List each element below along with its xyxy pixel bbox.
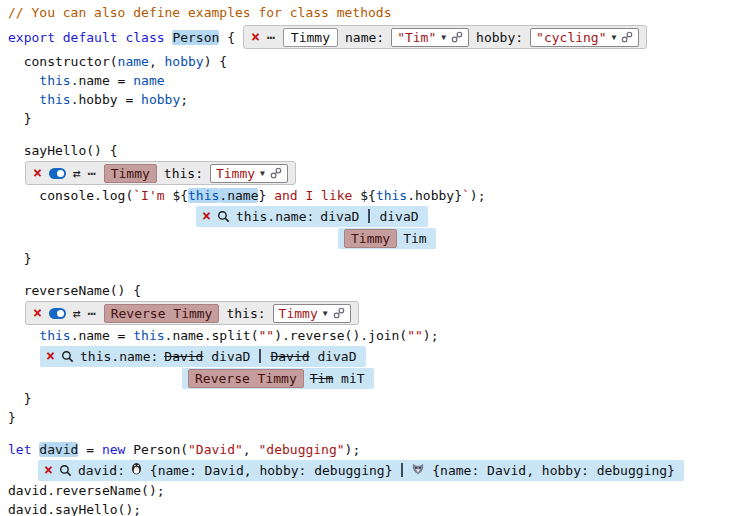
token <box>8 73 39 88</box>
code-text: constructor(name, hobby) { <box>8 54 227 69</box>
probe-value: {name: David, hobby: debugging} <box>412 463 674 478</box>
close-probe-icon[interactable]: × <box>202 209 211 224</box>
token: , <box>149 54 165 69</box>
toggle-on-icon[interactable] <box>49 308 66 319</box>
token: .name.split( <box>165 328 259 343</box>
toggle-on-icon[interactable] <box>49 168 66 179</box>
example-name-box[interactable]: Timmy <box>283 28 338 47</box>
blank-line <box>8 268 749 281</box>
token: ); <box>423 328 439 343</box>
code-line: sayHello() { <box>8 141 749 160</box>
token: name <box>118 54 149 69</box>
this-label: this: <box>226 306 265 321</box>
token: "David" <box>188 442 243 457</box>
close-example-icon[interactable]: × <box>33 166 42 181</box>
probe-row: ×this.name:divaDdivaD <box>196 205 749 227</box>
example-toolbar-row: ×⇄⋯Timmythis:Timmy▼ <box>25 160 749 186</box>
highlighted-token[interactable]: this <box>188 188 219 203</box>
more-options-icon[interactable]: ⋯ <box>88 167 97 180</box>
code-text: reverseName() { <box>8 283 141 298</box>
code-text: david.sayHello(); <box>8 502 141 516</box>
magnifier-icon[interactable] <box>61 350 74 363</box>
value-dropdown[interactable]: "cycling"▼ <box>530 28 639 47</box>
code-text: } <box>8 391 31 406</box>
value-separator <box>368 209 370 223</box>
example-chip[interactable]: Reverse Timmy <box>104 304 220 323</box>
token: ` <box>462 188 470 203</box>
probe-example-result: Reverse TimmyTim miT <box>182 368 374 389</box>
example-chip[interactable]: Reverse Timmy <box>188 369 304 388</box>
token: // You can also define examples for clas… <box>8 5 392 20</box>
probe-value: David divaD <box>270 349 356 364</box>
code-text: } <box>8 111 31 126</box>
close-example-icon[interactable]: × <box>33 306 42 321</box>
token: .name = <box>71 328 134 343</box>
probe-value: divaD <box>320 209 359 224</box>
token: `I'm <box>133 188 172 203</box>
magnifier-icon[interactable] <box>59 464 72 477</box>
param-label: name: <box>345 30 384 45</box>
code-text: export default class Person { <box>8 30 235 45</box>
token: this <box>39 73 70 88</box>
highlighted-token[interactable]: .name <box>219 188 258 203</box>
swap-icon[interactable]: ⇄ <box>73 167 81 180</box>
token: ); <box>345 442 361 457</box>
link-icon[interactable] <box>621 31 633 43</box>
value-dropdown[interactable]: "Tim"▼ <box>391 28 469 47</box>
value-separator <box>401 463 403 477</box>
code-line: console.log(`I'm ${this.name} and I like… <box>8 186 749 205</box>
magnifier-icon[interactable] <box>217 210 230 223</box>
token: divaD <box>203 349 250 364</box>
token: } <box>8 111 31 126</box>
code-text: sayHello() { <box>8 143 118 158</box>
token: } <box>454 188 462 203</box>
token: ) { <box>204 54 227 69</box>
token: new <box>102 442 133 457</box>
probe-value: David divaD <box>164 349 250 364</box>
close-probe-icon[interactable]: × <box>44 463 53 478</box>
chevron-down-icon: ▼ <box>441 33 446 42</box>
token: Tim <box>310 371 333 386</box>
link-icon[interactable] <box>333 307 345 319</box>
this-label: this: <box>164 166 203 181</box>
link-icon[interactable] <box>451 31 463 43</box>
highlighted-token[interactable]: Person <box>172 30 219 45</box>
close-probe-icon[interactable]: × <box>46 349 55 364</box>
chevron-down-icon: ▼ <box>323 309 328 318</box>
swap-icon[interactable]: ⇄ <box>73 307 81 320</box>
token: divaD <box>310 349 357 364</box>
dropdown-value: Timmy <box>279 306 318 321</box>
more-options-icon[interactable]: ⋯ <box>88 307 97 320</box>
more-options-icon[interactable]: ⋯ <box>267 31 276 44</box>
token: console.log( <box>8 188 133 203</box>
token: sayHello() { <box>8 143 118 158</box>
token: {name: David, hobby: debugging} <box>142 463 392 478</box>
close-example-icon[interactable]: × <box>251 30 260 45</box>
probe-value: divaD <box>379 209 418 224</box>
token: divaD <box>379 209 418 224</box>
highlighted-token[interactable]: david <box>39 442 78 457</box>
token: .name = <box>71 73 134 88</box>
value-dropdown[interactable]: Timmy▼ <box>210 164 288 183</box>
code-text: this.hobby = hobby; <box>8 92 188 107</box>
example-chip[interactable]: Timmy <box>344 229 397 248</box>
token: ${ <box>172 188 188 203</box>
token: this <box>133 328 164 343</box>
token: ).reverse().join( <box>274 328 407 343</box>
token: name <box>133 73 164 88</box>
code-text: // You can also define examples for clas… <box>8 5 392 20</box>
token: .hobby = <box>71 92 141 107</box>
token: , <box>243 442 259 457</box>
token: } <box>8 391 31 406</box>
code-line: } <box>8 408 749 427</box>
link-icon[interactable] <box>270 167 282 179</box>
probe-row: ×david: {name: David, hobby: debugging} … <box>38 459 749 481</box>
value-dropdown[interactable]: Timmy▼ <box>273 304 351 323</box>
token: "" <box>258 328 274 343</box>
probe-value: Tim <box>403 231 426 246</box>
token: constructor( <box>8 54 118 69</box>
code-text: let david = new Person("David", "debuggi… <box>8 442 360 457</box>
token: david.sayHello(); <box>8 502 141 516</box>
example-chip[interactable]: Timmy <box>104 164 157 183</box>
code-line: // You can also define examples for clas… <box>8 3 749 22</box>
